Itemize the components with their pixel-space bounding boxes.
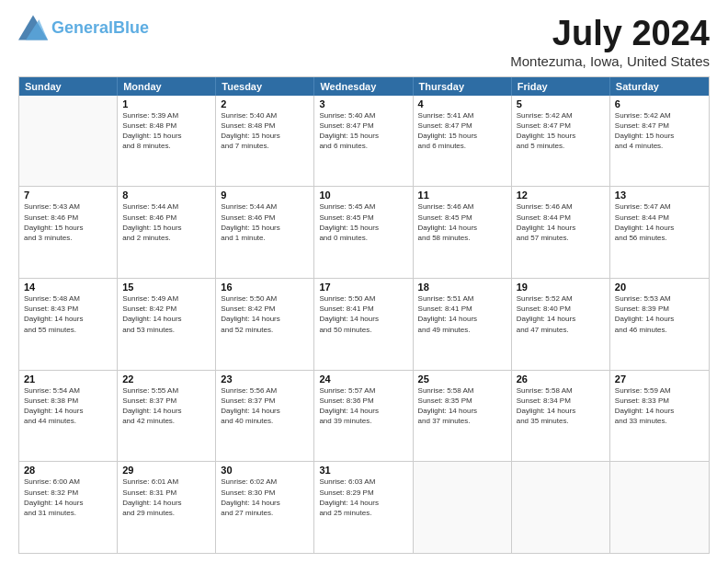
calendar-cell: 5Sunrise: 5:42 AMSunset: 8:47 PMDaylight…: [512, 96, 610, 187]
cell-line: Sunrise: 5:45 AM: [319, 201, 407, 212]
cell-line: Sunrise: 5:59 AM: [615, 385, 704, 396]
calendar-row-1: 7Sunrise: 5:43 AMSunset: 8:46 PMDaylight…: [19, 187, 709, 279]
cell-line: and 29 minutes.: [122, 508, 210, 518]
cell-line: Sunset: 8:37 PM: [122, 396, 210, 406]
cell-line: Daylight: 15 hours: [418, 131, 506, 141]
cell-line: Sunset: 8:48 PM: [122, 121, 210, 131]
day-number: 17: [319, 282, 407, 293]
calendar-cell: 12Sunrise: 5:46 AMSunset: 8:44 PMDayligh…: [512, 187, 610, 278]
cell-line: Daylight: 14 hours: [122, 498, 210, 508]
calendar-row-2: 14Sunrise: 5:48 AMSunset: 8:43 PMDayligh…: [19, 279, 709, 371]
calendar-cell: 23Sunrise: 5:56 AMSunset: 8:37 PMDayligh…: [216, 371, 314, 462]
cell-line: Sunset: 8:34 PM: [517, 396, 605, 406]
cell-line: Daylight: 14 hours: [24, 406, 112, 416]
calendar-cell: [414, 462, 512, 553]
cell-line: and 55 minutes.: [24, 325, 112, 335]
cell-line: Daylight: 14 hours: [615, 314, 704, 324]
day-number: 18: [418, 282, 506, 293]
cell-line: Daylight: 14 hours: [221, 314, 309, 324]
cell-line: and 39 minutes.: [319, 416, 407, 426]
cell-line: Sunset: 8:30 PM: [221, 488, 309, 498]
cell-line: Daylight: 15 hours: [221, 223, 309, 233]
cell-line: and 46 minutes.: [615, 325, 704, 335]
calendar-cell: 17Sunrise: 5:50 AMSunset: 8:41 PMDayligh…: [314, 279, 413, 370]
logo-icon: [18, 15, 48, 40]
cell-line: and 35 minutes.: [517, 416, 605, 426]
cell-line: Daylight: 14 hours: [418, 223, 506, 233]
day-number: 7: [24, 190, 112, 201]
cell-line: Daylight: 14 hours: [122, 406, 210, 416]
cell-line: Sunset: 8:33 PM: [615, 396, 704, 406]
day-number: 14: [24, 282, 112, 293]
cell-line: and 6 minutes.: [319, 141, 407, 151]
calendar-cell: 26Sunrise: 5:58 AMSunset: 8:34 PMDayligh…: [512, 371, 610, 462]
cell-line: Sunrise: 5:44 AM: [122, 201, 210, 212]
cell-line: Daylight: 14 hours: [24, 314, 112, 324]
calendar-cell: 19Sunrise: 5:52 AMSunset: 8:40 PMDayligh…: [512, 279, 610, 370]
cell-line: Sunrise: 5:46 AM: [418, 201, 506, 212]
calendar-cell: 11Sunrise: 5:46 AMSunset: 8:45 PMDayligh…: [414, 187, 512, 278]
subtitle: Montezuma, Iowa, United States: [510, 53, 710, 69]
cell-line: Sunrise: 6:02 AM: [221, 477, 309, 487]
cell-line: Sunset: 8:39 PM: [615, 304, 704, 314]
cell-line: Sunrise: 5:46 AM: [517, 201, 605, 212]
cell-line: Sunset: 8:42 PM: [221, 304, 309, 314]
day-number: 31: [319, 465, 407, 476]
cell-line: Sunset: 8:40 PM: [517, 304, 605, 314]
header: GeneralBlue July 2024 Montezuma, Iowa, U…: [18, 15, 710, 69]
cell-line: Sunrise: 5:50 AM: [221, 293, 309, 304]
cell-line: Sunrise: 5:41 AM: [418, 110, 506, 121]
cell-line: Sunrise: 6:01 AM: [122, 477, 210, 487]
calendar-cell: 31Sunrise: 6:03 AMSunset: 8:29 PMDayligh…: [314, 462, 413, 553]
cell-line: Daylight: 15 hours: [122, 223, 210, 233]
cell-line: Daylight: 15 hours: [319, 223, 407, 233]
cell-line: and 40 minutes.: [221, 416, 309, 426]
cell-line: and 57 minutes.: [517, 233, 605, 243]
day-number: 29: [122, 465, 210, 476]
calendar-cell: 13Sunrise: 5:47 AMSunset: 8:44 PMDayligh…: [610, 187, 709, 278]
cell-line: Sunset: 8:37 PM: [221, 396, 309, 406]
main-title: July 2024: [510, 15, 710, 53]
calendar-cell: 10Sunrise: 5:45 AMSunset: 8:45 PMDayligh…: [314, 187, 413, 278]
cell-line: Daylight: 14 hours: [319, 498, 407, 508]
cell-line: and 49 minutes.: [418, 325, 506, 335]
cell-line: and 52 minutes.: [221, 325, 309, 335]
cell-line: Sunset: 8:43 PM: [24, 304, 112, 314]
cell-line: Sunrise: 5:50 AM: [319, 293, 407, 304]
cell-line: Sunset: 8:38 PM: [24, 396, 112, 406]
cell-line: Daylight: 15 hours: [615, 131, 704, 141]
cell-line: Sunset: 8:31 PM: [122, 488, 210, 498]
day-number: 26: [517, 373, 605, 385]
calendar-cell: 4Sunrise: 5:41 AMSunset: 8:47 PMDaylight…: [414, 96, 512, 187]
header-day-saturday: Saturday: [610, 77, 709, 96]
cell-line: and 47 minutes.: [517, 325, 605, 335]
day-number: 12: [517, 190, 605, 201]
day-number: 28: [24, 465, 112, 476]
day-number: 21: [24, 373, 112, 385]
cell-line: and 44 minutes.: [24, 416, 112, 426]
calendar-cell: 7Sunrise: 5:43 AMSunset: 8:46 PMDaylight…: [19, 187, 118, 278]
cell-line: Daylight: 15 hours: [221, 131, 309, 141]
header-day-thursday: Thursday: [414, 77, 512, 96]
day-number: 23: [221, 373, 309, 385]
calendar-row-4: 28Sunrise: 6:00 AMSunset: 8:32 PMDayligh…: [19, 462, 709, 553]
calendar-cell: 18Sunrise: 5:51 AMSunset: 8:41 PMDayligh…: [414, 279, 512, 370]
cell-line: and 3 minutes.: [24, 233, 112, 243]
cell-line: Daylight: 15 hours: [24, 223, 112, 233]
cell-line: Sunset: 8:35 PM: [418, 396, 506, 406]
day-number: 20: [615, 282, 704, 293]
cell-line: Sunset: 8:29 PM: [319, 488, 407, 498]
calendar-cell: 9Sunrise: 5:44 AMSunset: 8:46 PMDaylight…: [216, 187, 314, 278]
logo: GeneralBlue: [18, 15, 149, 40]
cell-line: Sunrise: 5:40 AM: [319, 110, 407, 121]
calendar-body: 1Sunrise: 5:39 AMSunset: 8:48 PMDaylight…: [19, 96, 709, 553]
cell-line: Daylight: 14 hours: [221, 406, 309, 416]
cell-line: Sunrise: 5:57 AM: [319, 385, 407, 396]
cell-line: and 31 minutes.: [24, 508, 112, 518]
cell-line: Sunset: 8:36 PM: [319, 396, 407, 406]
cell-line: Sunrise: 6:00 AM: [24, 477, 112, 487]
calendar-cell: 15Sunrise: 5:49 AMSunset: 8:42 PMDayligh…: [118, 279, 216, 370]
calendar-row-0: 1Sunrise: 5:39 AMSunset: 8:48 PMDaylight…: [19, 96, 709, 188]
cell-line: Sunrise: 5:47 AM: [615, 201, 704, 212]
calendar-row-3: 21Sunrise: 5:54 AMSunset: 8:38 PMDayligh…: [19, 371, 709, 463]
